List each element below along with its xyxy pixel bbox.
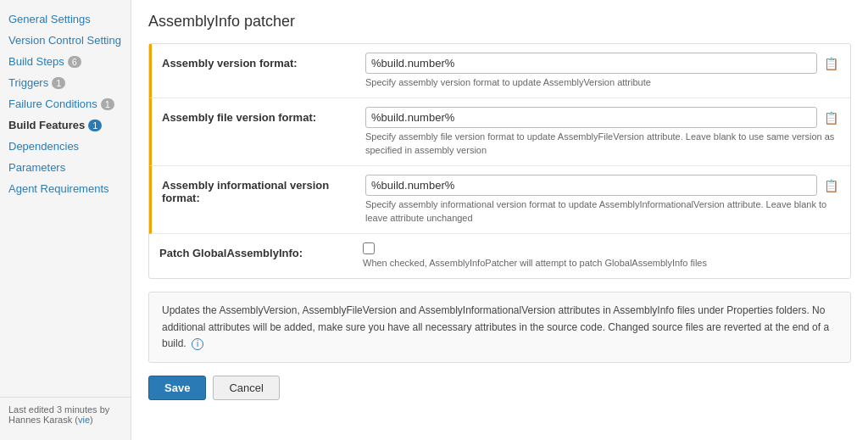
sidebar-item-dependencies[interactable]: Dependencies: [0, 136, 131, 157]
sidebar-item-parameters[interactable]: Parameters: [0, 157, 131, 178]
view-link[interactable]: vie: [78, 415, 90, 425]
field-content-assembly-file-version-format: 📋Specify assembly file version format to…: [365, 107, 840, 157]
field-hint-assembly-version-format: Specify assembly version format to updat…: [365, 76, 840, 89]
sidebar-footer: Last edited 3 minutes by Hannes Karask (…: [0, 397, 131, 432]
sidebar: General SettingsVersion Control SettingB…: [0, 0, 131, 440]
assembly-informational-version-format-input[interactable]: [365, 175, 817, 196]
copy-icon-assembly-informational-version-format[interactable]: 📋: [822, 177, 840, 194]
sidebar-item-general-settings[interactable]: General Settings: [0, 8, 131, 30]
sidebar-item-label: Failure Conditions: [8, 97, 97, 110]
form-section: Assembly version format:📋Specify assembl…: [148, 43, 851, 279]
sidebar-item-agent-requirements[interactable]: Agent Requirements: [0, 178, 131, 199]
field-hint-assembly-file-version-format: Specify assembly file version format to …: [365, 131, 840, 157]
sidebar-item-build-steps[interactable]: Build Steps6: [0, 51, 131, 72]
copy-icon-assembly-version-format[interactable]: 📋: [822, 55, 840, 72]
sidebar-item-failure-conditions[interactable]: Failure Conditions1: [0, 93, 131, 114]
sidebar-item-label: Build Steps: [8, 55, 64, 68]
field-label-assembly-version-format: Assembly version format:: [162, 53, 365, 70]
field-hint-patch-global-assembly-info: When checked, AssemblyInfoPatcher will a…: [363, 257, 840, 270]
description-text: Updates the AssemblyVersion, AssemblyFil…: [162, 304, 829, 348]
sidebar-item-label: Build Features: [8, 119, 85, 131]
sidebar-item-label: Version Control Setting: [8, 34, 121, 47]
copy-icon-assembly-file-version-format[interactable]: 📋: [822, 109, 840, 126]
patch-global-assembly-info-checkbox[interactable]: [363, 242, 375, 254]
form-row-assembly-informational-version-format: Assembly informational version format:📋S…: [149, 166, 850, 234]
main-content: AssemblyInfo patcher Assembly version fo…: [131, 0, 868, 440]
field-content-assembly-version-format: 📋Specify assembly version format to upda…: [365, 53, 840, 89]
sidebar-item-build-features[interactable]: Build Features1: [0, 114, 131, 136]
button-row: Save Cancel: [148, 376, 851, 400]
field-label-assembly-informational-version-format: Assembly informational version format:: [162, 175, 365, 204]
field-hint-assembly-informational-version-format: Specify assembly informational version f…: [365, 198, 840, 225]
assembly-file-version-format-input[interactable]: [365, 107, 817, 128]
sidebar-badge: 1: [101, 98, 114, 110]
field-label-patch-global-assembly-info: Patch GlobalAssemblyInfo:: [159, 242, 363, 259]
sidebar-item-label: General Settings: [8, 13, 91, 25]
field-content-assembly-informational-version-format: 📋Specify assembly informational version …: [365, 175, 840, 225]
form-row-assembly-file-version-format: Assembly file version format:📋Specify as…: [149, 98, 850, 166]
description-box: Updates the AssemblyVersion, AssemblyFil…: [148, 292, 851, 363]
sidebar-item-triggers[interactable]: Triggers1: [0, 72, 131, 93]
sidebar-item-label: Dependencies: [8, 140, 79, 153]
assembly-version-format-input[interactable]: [365, 53, 817, 74]
field-content-patch-global-assembly-info: When checked, AssemblyInfoPatcher will a…: [363, 242, 840, 270]
sidebar-item-version-control-settings[interactable]: Version Control Setting: [0, 30, 131, 51]
save-button[interactable]: Save: [148, 376, 206, 400]
field-input-row-assembly-informational-version-format: 📋: [365, 175, 840, 196]
sidebar-item-label: Parameters: [8, 161, 65, 174]
sidebar-item-label: Triggers: [8, 76, 48, 89]
last-edited-label: Last edited: [8, 404, 54, 415]
sidebar-badge: 6: [68, 56, 81, 68]
form-row-assembly-version-format: Assembly version format:📋Specify assembl…: [149, 44, 850, 98]
form-row-patch-global-assembly-info: Patch GlobalAssemblyInfo:When checked, A…: [149, 234, 850, 278]
info-icon[interactable]: i: [192, 338, 203, 350]
sidebar-item-label: Agent Requirements: [8, 182, 109, 195]
sidebar-badge: 1: [88, 120, 102, 131]
checkbox-row-patch-global-assembly-info: [363, 242, 840, 254]
cancel-button[interactable]: Cancel: [213, 376, 279, 400]
field-label-assembly-file-version-format: Assembly file version format:: [162, 107, 365, 124]
field-input-row-assembly-version-format: 📋: [365, 53, 840, 74]
sidebar-badge: 1: [52, 77, 65, 89]
field-input-row-assembly-file-version-format: 📋: [365, 107, 840, 128]
time-ago-value: 3 minutes: [57, 404, 97, 415]
page-title: AssemblyInfo patcher: [148, 13, 851, 31]
